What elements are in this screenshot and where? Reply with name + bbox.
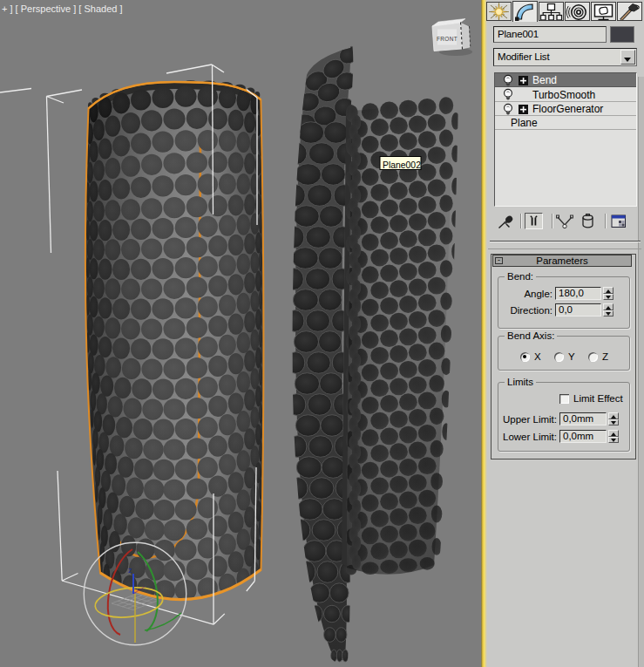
- svg-text:Plane002: Plane002: [383, 160, 421, 170]
- svg-text:z: z: [128, 566, 132, 575]
- svg-text:FRONT: FRONT: [437, 36, 458, 42]
- svg-text:+ ] [ Perspective ] [ Shaded: + ] [ Perspective ] [ Shaded ]: [2, 3, 123, 14]
